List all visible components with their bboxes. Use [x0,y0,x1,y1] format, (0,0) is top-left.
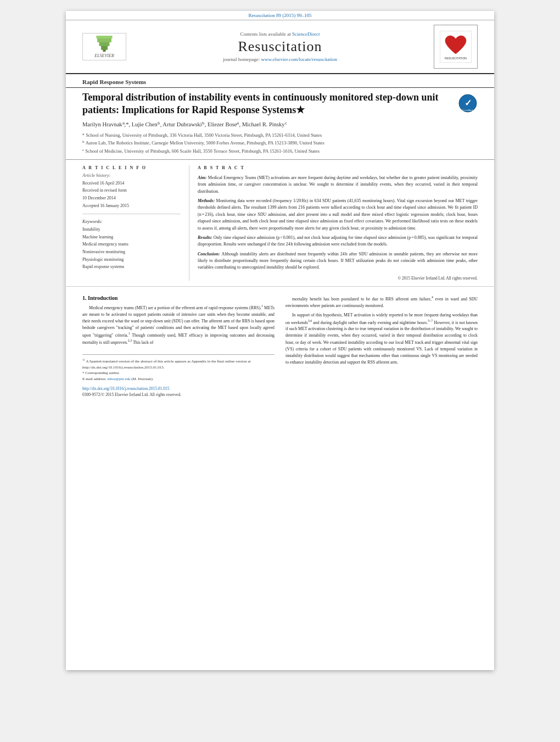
body-col-right: mortality benefit has been postulated to… [285,295,478,398]
keyword-6: Rapid response systems [82,263,181,271]
article-info-abstract: A R T I C L E I N F O Article history: R… [66,159,494,281]
author-list: Marilyn Hravnakᵃ,*, Lujie Chenᵇ, Artur D… [82,121,287,127]
right-para-1: mortality benefit has been postulated to… [285,295,478,309]
body-col-left: 1. Introduction Medical emergency teams … [82,295,275,398]
homepage-link[interactable]: www.elsevier.com/locate/resuscitation [261,57,337,62]
body-columns: 1. Introduction Medical emergency teams … [82,295,478,398]
body-text-right: mortality benefit has been postulated to… [285,295,478,366]
abstract-column: A B S T R A C T Aim: Medical Emergency T… [189,165,478,281]
journal-header: ELSEVIER Contents lists available at Sci… [66,20,494,74]
aim-text: Medical Emergency Teams (MET) activation… [198,175,478,194]
intro-heading: 1. Introduction [82,295,275,301]
results-text: Only time elapsed since admission (p < 0… [198,235,478,247]
keyword-1: Instability [82,226,181,233]
accepted-date: Accepted 16 January 2015 [82,202,181,210]
abstract-methods: Methods: Monitoring data were recorded (… [198,198,478,232]
affiliation-b: ᵇ Auton Lab, The Robotics Institute, Car… [82,140,478,147]
abstract-copyright: © 2015 Elsevier Ireland Ltd. All rights … [198,276,478,281]
body-text-left: Medical emergency teams (MET) are a port… [82,304,275,346]
svg-text:✓: ✓ [464,98,472,108]
abstract-heading: A B S T R A C T [198,165,478,170]
citation-bar: Resuscitation 89 (2015) 99–105 [66,11,494,20]
abstract-results: Results: Only time elapsed since admissi… [198,235,478,248]
article-page: Resuscitation 89 (2015) 99–105 ELSEVIER … [66,11,494,670]
doi-link[interactable]: http://dx.doi.org/10.1016/j.resuscitatio… [82,386,275,391]
footnote-corresponding: * Corresponding author. [82,370,275,376]
revised-date: 10 December 2014 [82,194,181,202]
footer-links: http://dx.doi.org/10.1016/j.resuscitatio… [82,386,275,397]
keywords-section: Keywords: Instability Machine learning M… [82,219,181,271]
article-header: Temporal distribution of instability eve… [66,91,494,155]
aim-label: Aim: [198,175,208,180]
keyword-3: Medical emergency teams [82,241,181,248]
issn-text: 0300-9572/© 2015 Elsevier Ireland Ltd. A… [82,392,275,397]
affiliation-a: ᵃ School of Nursing, University of Pitts… [82,132,478,139]
right-para-2: In support of this hypothesis, MET activ… [285,312,478,366]
article-title: Temporal distribution of instability eve… [82,91,452,117]
conclusion-text: Although instability alerts are distribu… [198,252,478,270]
methods-text: Monitoring data were recorded (frequency… [198,198,478,231]
authors: Marilyn Hravnakᵃ,*, Lujie Chenᵇ, Artur D… [82,120,478,129]
abstract-aim: Aim: Medical Emergency Teams (MET) activ… [198,175,478,195]
citation-text: Resuscitation 89 (2015) 99–105 [248,13,311,18]
resuscitation-logo-svg: RESUSCITATION [440,31,472,63]
resuscitation-journal-logo: RESUSCITATION [434,25,478,69]
results-label: Results: [198,235,214,240]
article-body: 1. Introduction Medical emergency teams … [66,286,494,406]
conclusion-label: Conclusion: [198,252,221,256]
crossmark-icon: ✓ CrossMark [458,93,478,113]
elsevier-logo: ELSEVIER [82,33,126,60]
divider [82,214,181,214]
abstract-conclusion: Conclusion: Although instability alerts … [198,251,478,271]
elsevier-brand: ELSEVIER [94,53,114,58]
elsevier-tree-icon [92,36,116,52]
history-label: Article history: [82,172,181,178]
revised-label: Received in revised form [82,187,181,194]
keyword-4: Noninvasive monitoring [82,248,181,256]
keywords-list: Instability Machine learning Medical eme… [82,226,181,271]
keyword-2: Machine learning [82,233,181,241]
journal-homepage: journal homepage: www.elsevier.com/locat… [126,57,434,62]
email-link[interactable]: mhra@pitt.edu [108,377,131,381]
article-info-column: A R T I C L E I N F O Article history: R… [82,165,189,281]
footnote-email: E-mail address: mhra@pitt.edu (M. Hravna… [82,376,275,382]
received-date: Received 16 April 2014 [82,180,181,187]
footnotes: ✩ A Spanish translated version of the ab… [82,354,275,382]
affiliation-c: ᶜ School of Medicine, University of Pitt… [82,148,478,155]
journal-title-center: Contents lists available at ScienceDirec… [126,31,434,62]
abstract-body: Aim: Medical Emergency Teams (MET) activ… [198,175,478,271]
article-dates: Received 16 April 2014 Received in revis… [82,180,181,209]
svg-rect-4 [96,36,112,38]
svg-text:CrossMark: CrossMark [462,109,473,111]
article-info-heading: A R T I C L E I N F O [82,165,181,170]
word-would: would [325,353,336,358]
keyword-5: Physiologic monitoring [82,256,181,264]
footnote-star: ✩ A Spanish translated version of the ab… [82,358,275,370]
methods-label: Methods: [198,198,216,203]
svg-text:RESUSCITATION: RESUSCITATION [445,57,467,60]
article-section-type: Rapid Response Systems [66,74,494,88]
journal-title: Resuscitation [126,38,434,55]
intro-para-1: Medical emergency teams (MET) are a port… [82,304,275,346]
sciencedirect-anchor[interactable]: ScienceDirect [292,31,320,37]
keywords-label: Keywords: [82,219,181,224]
sciencedirect-link: Contents lists available at ScienceDirec… [126,31,434,37]
affiliations: ᵃ School of Nursing, University of Pitts… [82,132,478,155]
